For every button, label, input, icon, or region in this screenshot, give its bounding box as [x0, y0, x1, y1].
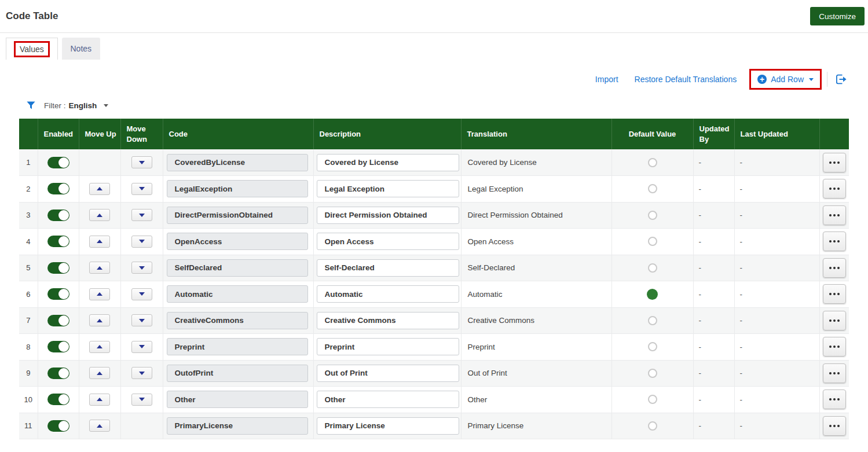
code-input[interactable]: [167, 285, 308, 303]
ellipsis-dot-icon: [833, 161, 836, 164]
default-value-radio[interactable]: [648, 263, 657, 273]
move-down-button[interactable]: [131, 341, 152, 353]
row-actions-button[interactable]: [823, 363, 846, 383]
tab-values[interactable]: Values: [6, 38, 58, 60]
default-value-radio[interactable]: [648, 184, 657, 193]
ellipsis-dot-icon: [837, 188, 840, 190]
default-value-radio[interactable]: [648, 369, 657, 378]
move-down-button[interactable]: [131, 236, 152, 248]
enabled-toggle[interactable]: [47, 262, 69, 274]
enabled-toggle[interactable]: [47, 420, 69, 432]
enabled-toggle[interactable]: [47, 183, 69, 194]
move-down-button[interactable]: [131, 367, 152, 379]
row-actions-button[interactable]: [823, 311, 846, 330]
ellipsis-dot-icon: [829, 372, 832, 374]
code-input[interactable]: [167, 180, 308, 197]
description-input[interactable]: [317, 233, 459, 250]
enabled-toggle[interactable]: [47, 288, 69, 300]
code-input[interactable]: [167, 365, 308, 382]
funnel-icon[interactable]: [27, 101, 35, 109]
row-number: 5: [19, 255, 38, 281]
description-input[interactable]: [317, 365, 459, 382]
move-down-button[interactable]: [131, 156, 152, 168]
enabled-toggle[interactable]: [47, 315, 69, 326]
enabled-toggle[interactable]: [47, 341, 69, 352]
move-up-button[interactable]: [89, 262, 110, 274]
move-down-button[interactable]: [131, 314, 152, 326]
default-value-radio[interactable]: [648, 211, 657, 220]
import-link[interactable]: Import: [595, 75, 618, 84]
description-input[interactable]: [317, 312, 459, 329]
move-up-button[interactable]: [89, 209, 110, 221]
enabled-toggle[interactable]: [47, 368, 69, 379]
default-value-radio[interactable]: [648, 421, 657, 431]
move-up-button[interactable]: [89, 420, 110, 432]
tab-notes[interactable]: Notes: [62, 38, 100, 60]
updated-by-value: -: [693, 255, 734, 281]
move-down-button[interactable]: [131, 288, 152, 300]
move-up-button[interactable]: [89, 183, 110, 195]
move-up-button[interactable]: [89, 288, 110, 300]
tab-notes-label: Notes: [70, 44, 91, 53]
description-input[interactable]: [317, 180, 459, 197]
code-input[interactable]: [167, 259, 308, 277]
row-actions-button[interactable]: [823, 258, 846, 278]
ellipsis-dot-icon: [837, 267, 840, 269]
move-up-button[interactable]: [89, 236, 110, 248]
description-input[interactable]: [317, 259, 459, 277]
row-actions-button[interactable]: [823, 179, 846, 199]
filter-value-english[interactable]: English: [69, 101, 97, 110]
move-down-button[interactable]: [131, 209, 152, 221]
move-down-button[interactable]: [131, 394, 152, 406]
description-input[interactable]: [317, 338, 459, 355]
code-input[interactable]: [167, 312, 308, 329]
row-actions-button[interactable]: [823, 416, 846, 436]
move-up-button[interactable]: [89, 314, 110, 326]
code-input[interactable]: [167, 417, 308, 435]
updated-by-value: -: [693, 176, 734, 203]
move-up-button[interactable]: [89, 341, 110, 353]
enabled-toggle[interactable]: [47, 210, 69, 221]
restore-default-translations-link[interactable]: Restore Default Translations: [635, 75, 737, 84]
caret-down-icon[interactable]: [809, 78, 814, 81]
last-updated-value: -: [734, 255, 819, 281]
description-input[interactable]: [317, 285, 459, 303]
default-value-radio[interactable]: [648, 316, 657, 325]
default-value-radio[interactable]: [648, 395, 657, 404]
code-input[interactable]: [167, 154, 308, 171]
add-row-button[interactable]: Add Row: [771, 75, 804, 84]
last-updated-value: -: [734, 334, 819, 361]
default-value-radio[interactable]: [648, 342, 657, 351]
export-icon: [834, 72, 848, 86]
row-actions-button[interactable]: [823, 231, 846, 251]
description-input[interactable]: [317, 417, 459, 435]
page-title: Code Table: [6, 10, 58, 22]
code-input[interactable]: [167, 391, 308, 408]
default-value-radio[interactable]: [648, 237, 657, 246]
move-up-button[interactable]: [89, 367, 110, 379]
caret-down-icon[interactable]: [104, 104, 108, 107]
code-input[interactable]: [167, 233, 308, 250]
default-value-radio[interactable]: [647, 289, 658, 300]
ellipsis-dot-icon: [833, 372, 836, 374]
description-input[interactable]: [317, 207, 459, 224]
row-actions-button[interactable]: [823, 337, 846, 357]
row-actions-button[interactable]: [823, 153, 846, 172]
code-input[interactable]: [167, 338, 308, 355]
row-actions-button[interactable]: [823, 284, 846, 304]
move-down-button[interactable]: [131, 183, 152, 195]
description-input[interactable]: [317, 391, 459, 408]
export-button[interactable]: [833, 71, 849, 87]
enabled-toggle[interactable]: [47, 236, 69, 247]
description-input[interactable]: [317, 154, 459, 171]
code-input[interactable]: [167, 207, 308, 224]
move-up-button[interactable]: [89, 394, 110, 406]
enabled-toggle[interactable]: [47, 157, 69, 168]
move-down-button[interactable]: [131, 262, 152, 274]
last-updated-value: -: [734, 307, 819, 334]
enabled-toggle[interactable]: [47, 394, 69, 405]
row-actions-button[interactable]: [823, 389, 846, 409]
default-value-radio[interactable]: [648, 158, 657, 167]
customize-button[interactable]: Customize: [810, 7, 865, 25]
row-actions-button[interactable]: [823, 205, 846, 225]
